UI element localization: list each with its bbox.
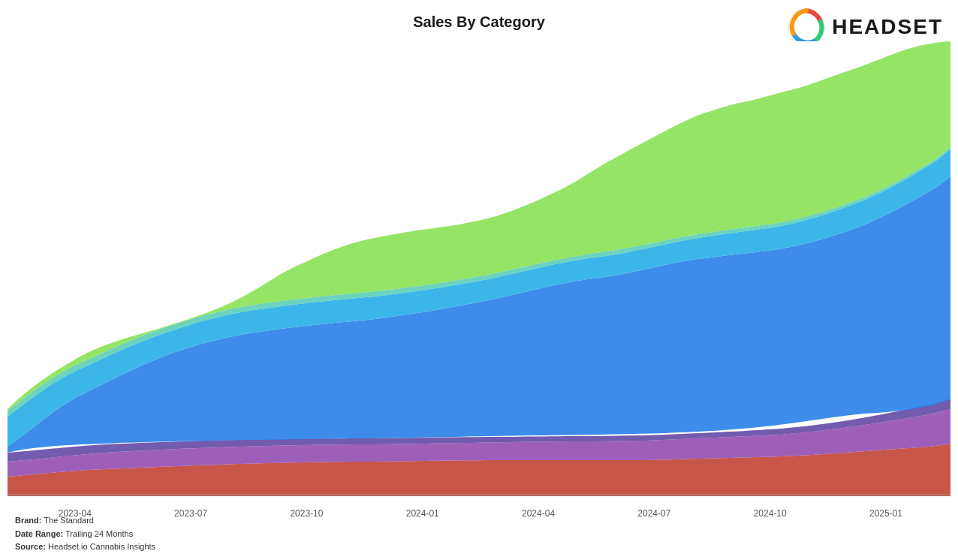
chart-svg [8, 41, 950, 496]
page-container: HEADSET Sales By Category CapsulesConcen… [0, 0, 958, 560]
x-label-8: 2025-01 [869, 508, 902, 519]
date-range-label: Date Range: [15, 529, 63, 538]
x-label-7: 2024-10 [754, 508, 787, 519]
x-label-5: 2024-04 [522, 508, 555, 519]
x-label-4: 2024-01 [406, 508, 439, 519]
footer-brand: Brand: The Standard [15, 514, 155, 528]
chart-title: Sales By Category [0, 14, 958, 31]
source-value: Headset.io Cannabis Insights [48, 542, 155, 551]
brand-label: Brand: [15, 516, 41, 525]
footer-source: Source: Headset.io Cannabis Insights [15, 540, 155, 554]
date-range-value: Trailing 24 Months [65, 529, 133, 538]
brand-value: The Standard [44, 516, 94, 525]
x-label-6: 2024-07 [637, 508, 670, 519]
source-label: Source: [15, 542, 46, 551]
footer-info: Brand: The Standard Date Range: Trailing… [15, 514, 155, 554]
x-label-3: 2023-10 [290, 508, 323, 519]
x-label-2: 2023-07 [174, 508, 207, 519]
footer-date-range: Date Range: Trailing 24 Months [15, 528, 155, 541]
chart-area [8, 41, 950, 496]
